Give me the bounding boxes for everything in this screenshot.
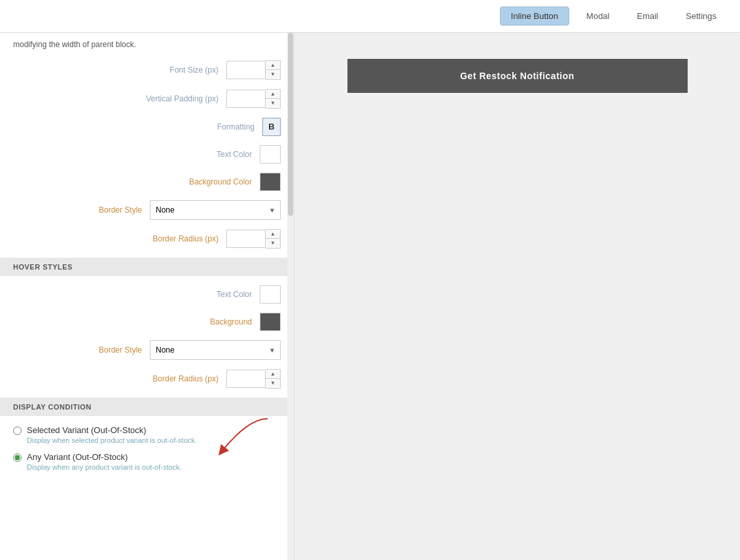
- font-size-up[interactable]: ▲: [266, 61, 280, 70]
- preview-area: Get Restock Notification: [294, 33, 740, 560]
- radio-any-variant-input[interactable]: [13, 453, 22, 462]
- scrollbar[interactable]: [287, 33, 294, 560]
- text-color-row: Text Color: [0, 145, 294, 164]
- vertical-padding-input[interactable]: 15 ▲ ▼: [226, 89, 281, 109]
- hover-text-color-label: Text Color: [173, 290, 252, 299]
- border-radius-spinners: ▲ ▼: [266, 229, 281, 249]
- border-radius-row: Border Radius (px) 2 ▲ ▼: [0, 229, 294, 249]
- right-panel: Get Restock Notification: [294, 33, 740, 560]
- hover-border-style-select-wrap: None Solid Dashed Dotted ▼: [150, 340, 281, 360]
- main-layout: modifying the width of parent block. Fon…: [0, 33, 740, 560]
- hover-background-swatch[interactable]: [260, 313, 281, 331]
- hover-border-radius-row: Border Radius (px) 2 ▲ ▼: [0, 369, 294, 389]
- hover-background-label: Background: [173, 317, 252, 326]
- hover-border-radius-down[interactable]: ▼: [266, 379, 280, 388]
- font-size-down[interactable]: ▼: [266, 70, 280, 79]
- hover-border-style-label: Border Style: [63, 345, 142, 355]
- hover-styles-header: HOVER STYLES: [0, 258, 294, 276]
- hover-border-radius-spinners: ▲ ▼: [266, 369, 281, 389]
- vertical-padding-label: Vertical Padding (px): [140, 94, 219, 103]
- font-size-input[interactable]: 14 ▲ ▼: [226, 60, 281, 80]
- hover-border-radius-label: Border Radius (px): [140, 374, 219, 383]
- intro-text: modifying the width of parent block.: [0, 33, 294, 60]
- hover-border-style-row: Border Style None Solid Dashed Dotted ▼: [0, 340, 294, 360]
- radio-selected-variant-sub: Display when selected product variant is…: [27, 436, 197, 444]
- left-panel: modifying the width of parent block. Fon…: [0, 33, 294, 560]
- hover-text-color-swatch[interactable]: [260, 285, 281, 304]
- border-style-row: Border Style None Solid Dashed Dotted ▼: [0, 200, 294, 220]
- vertical-padding-down[interactable]: ▼: [266, 99, 280, 108]
- text-color-swatch[interactable]: [260, 145, 281, 164]
- hover-border-radius-input[interactable]: 2 ▲ ▼: [226, 369, 281, 389]
- border-radius-label: Border Radius (px): [140, 234, 219, 243]
- text-color-label: Text Color: [173, 150, 252, 159]
- radio-any-variant: Any Variant (Out-Of-Stock) Display when …: [13, 452, 281, 471]
- scroll-thumb[interactable]: [288, 33, 293, 216]
- vertical-padding-field[interactable]: 15: [226, 90, 266, 108]
- border-radius-down[interactable]: ▼: [266, 239, 280, 248]
- display-condition-section: Selected Variant (Out-Of-Stock) Display …: [0, 425, 294, 471]
- radio-selected-variant-input[interactable]: [13, 427, 22, 435]
- font-size-spinners: ▲ ▼: [266, 60, 281, 80]
- radio-selected-variant: Selected Variant (Out-Of-Stock) Display …: [13, 425, 281, 444]
- radio-any-variant-sub: Display when any product variant is out-…: [27, 463, 182, 471]
- display-condition-header: DISPLAY CONDITION: [0, 398, 294, 416]
- background-color-label: Background Color: [173, 177, 252, 186]
- preview-button[interactable]: Get Restock Notification: [347, 59, 688, 93]
- vertical-padding-up[interactable]: ▲: [266, 90, 280, 99]
- radio-selected-variant-label: Selected Variant (Out-Of-Stock): [27, 425, 197, 435]
- formatting-label: Formatting: [176, 122, 255, 131]
- background-color-row: Background Color: [0, 173, 294, 191]
- hover-background-color-row: Background: [0, 313, 294, 331]
- hover-text-color-row: Text Color: [0, 285, 294, 304]
- vertical-padding-row: Vertical Padding (px) 15 ▲ ▼: [0, 89, 294, 109]
- tab-email[interactable]: Email: [627, 7, 669, 25]
- border-style-select-wrap: None Solid Dashed Dotted ▼: [150, 200, 281, 220]
- border-radius-field[interactable]: 2: [226, 230, 266, 248]
- font-size-field[interactable]: 14: [226, 61, 266, 79]
- vertical-padding-spinners: ▲ ▼: [266, 89, 281, 109]
- border-style-label: Border Style: [63, 205, 142, 215]
- border-radius-up[interactable]: ▲: [266, 230, 280, 239]
- hover-border-radius-field[interactable]: 2: [226, 370, 266, 388]
- tab-inline-button[interactable]: Inline Button: [500, 7, 569, 26]
- font-size-label: Font Size (px): [140, 65, 219, 75]
- background-color-swatch[interactable]: [260, 173, 281, 191]
- formatting-row: Formatting B: [0, 118, 294, 136]
- hover-border-radius-up[interactable]: ▲: [266, 370, 280, 379]
- bold-button[interactable]: B: [262, 118, 281, 136]
- border-radius-input[interactable]: 2 ▲ ▼: [226, 229, 281, 249]
- tab-settings[interactable]: Settings: [675, 7, 727, 25]
- tab-modal[interactable]: Modal: [576, 7, 620, 25]
- top-navigation: Inline Button Modal Email Settings: [0, 0, 740, 33]
- hover-border-style-select[interactable]: None Solid Dashed Dotted: [150, 340, 281, 360]
- border-style-select[interactable]: None Solid Dashed Dotted: [150, 200, 281, 220]
- radio-any-variant-label: Any Variant (Out-Of-Stock): [27, 452, 182, 462]
- font-size-row: Font Size (px) 14 ▲ ▼: [0, 60, 294, 80]
